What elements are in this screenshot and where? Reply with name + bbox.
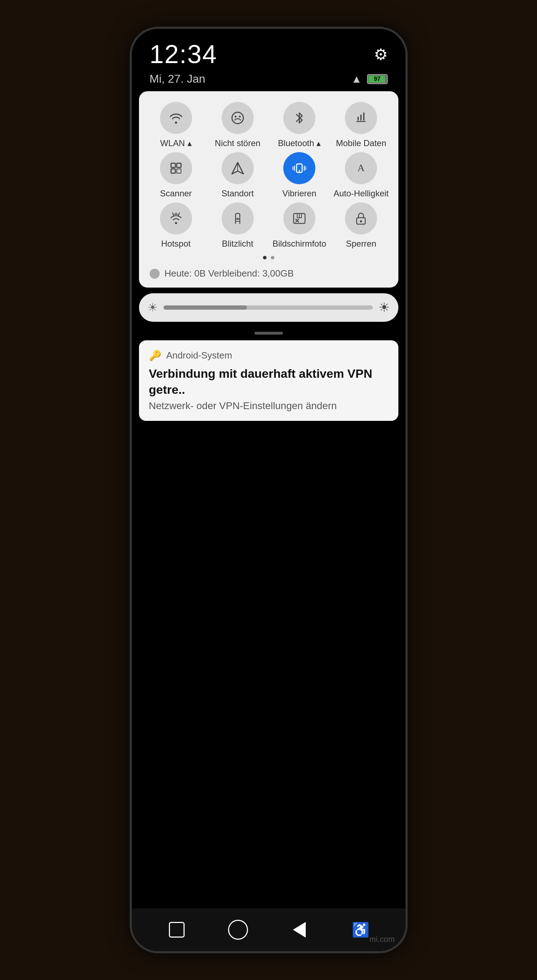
tile-nicht-storen[interactable]: Nicht stören bbox=[208, 102, 268, 149]
recents-icon bbox=[169, 922, 184, 938]
svg-text:A: A bbox=[357, 162, 365, 173]
mobile-daten-icon bbox=[345, 102, 377, 134]
brightness-bright-icon: ☀ bbox=[378, 300, 390, 315]
vibrieren-icon bbox=[283, 152, 315, 184]
nicht-storen-icon bbox=[222, 102, 254, 134]
status-bar: 12:34 ⚙ bbox=[132, 29, 405, 72]
dot-2 bbox=[271, 256, 274, 259]
tile-bildschirmfoto[interactable]: Bildschirmfoto bbox=[269, 202, 329, 249]
battery-text: 97 bbox=[374, 76, 381, 82]
notification-card[interactable]: 🔑 Android-System Verbindung mit dauerhaf… bbox=[139, 340, 399, 420]
data-usage-text: Heute: 0B Verbleibend: 3,00GB bbox=[165, 268, 294, 279]
tile-auto-helligkeit[interactable]: A Auto-Helligkeit bbox=[331, 152, 391, 199]
data-usage-icon bbox=[150, 269, 160, 279]
home-icon bbox=[228, 920, 248, 940]
hotspot-label: Hotspot bbox=[161, 239, 191, 249]
svg-point-1 bbox=[239, 116, 240, 118]
tile-sperren[interactable]: Sperren bbox=[331, 202, 391, 249]
status-icons: ⚙ bbox=[374, 45, 388, 64]
tile-scanner[interactable]: Scanner bbox=[146, 152, 206, 199]
notification-body: Netzwerk- oder VPN-Einstellungen ändern bbox=[149, 400, 388, 412]
bluetooth-label: Bluetooth ▴ bbox=[278, 138, 321, 149]
standort-label: Standort bbox=[222, 189, 254, 199]
bildschirmfoto-icon bbox=[283, 202, 315, 234]
wlan-label: WLAN ▴ bbox=[160, 138, 192, 149]
notification-source: Android-System bbox=[167, 350, 232, 361]
vpn-key-icon: 🔑 bbox=[149, 350, 161, 361]
back-icon bbox=[293, 922, 306, 938]
nav-recents-button[interactable] bbox=[166, 919, 187, 940]
bildschirmfoto-label: Bildschirmfoto bbox=[273, 239, 326, 249]
accessibility-icon: ♿ bbox=[352, 921, 370, 938]
brightness-fill bbox=[164, 305, 247, 310]
mobile-daten-label: Mobile Daten bbox=[336, 138, 386, 149]
auto-helligkeit-label: Auto-Helligkeit bbox=[334, 189, 389, 199]
date-display: Mi, 27. Jan bbox=[150, 72, 206, 86]
quick-tiles-grid: WLAN ▴ Nicht stören bbox=[146, 102, 391, 249]
tile-hotspot[interactable]: Hotspot bbox=[146, 202, 206, 249]
blitzlicht-icon bbox=[222, 202, 254, 234]
svg-rect-3 bbox=[177, 163, 181, 167]
navigation-bar: ♿ bbox=[132, 908, 405, 951]
phone-device: 12:34 ⚙ Mi, 27. Jan ▲ 97 bbox=[130, 27, 408, 953]
svg-point-19 bbox=[360, 220, 362, 223]
quick-settings-panel: WLAN ▴ Nicht stören bbox=[139, 91, 399, 288]
signal-icon: ▲ bbox=[351, 73, 362, 85]
battery-indicator: 97 bbox=[367, 74, 388, 84]
bottom-dark-area bbox=[132, 428, 405, 908]
sperren-icon bbox=[345, 202, 377, 234]
tile-bluetooth[interactable]: Bluetooth ▴ bbox=[269, 102, 329, 149]
tile-vibrieren[interactable]: Vibrieren bbox=[269, 152, 329, 199]
settings-icon[interactable]: ⚙ bbox=[374, 45, 388, 64]
wlan-icon bbox=[160, 102, 192, 134]
signal-battery-group: ▲ 97 bbox=[351, 73, 388, 85]
svg-point-0 bbox=[235, 116, 236, 118]
notification-title: Verbindung mit dauerhaft aktivem VPN get… bbox=[149, 366, 388, 397]
sperren-label: Sperren bbox=[346, 239, 376, 249]
watermark: mi.com bbox=[370, 935, 395, 944]
blitzlicht-label: Blitzlicht bbox=[222, 239, 253, 249]
brightness-dim-icon: ☀ bbox=[148, 301, 158, 314]
phone-screen: 12:34 ⚙ Mi, 27. Jan ▲ 97 bbox=[132, 29, 405, 951]
handle-bar bbox=[254, 332, 283, 335]
hotspot-icon bbox=[160, 202, 192, 234]
data-usage: Heute: 0B Verbleibend: 3,00GB bbox=[146, 263, 391, 280]
tile-standort[interactable]: Standort bbox=[208, 152, 268, 199]
nav-accessibility-button[interactable]: ♿ bbox=[350, 919, 371, 940]
page-dots bbox=[146, 256, 391, 259]
nicht-storen-label: Nicht stören bbox=[215, 138, 261, 149]
status-bar-bottom: Mi, 27. Jan ▲ 97 bbox=[132, 72, 405, 91]
svg-rect-4 bbox=[171, 169, 175, 173]
standort-icon bbox=[222, 152, 254, 184]
tile-blitzlicht[interactable]: Blitzlicht bbox=[208, 202, 268, 249]
scanner-label: Scanner bbox=[160, 189, 192, 199]
auto-helligkeit-icon: A bbox=[345, 152, 377, 184]
brightness-panel[interactable]: ☀ ☀ bbox=[139, 293, 399, 322]
nav-home-button[interactable] bbox=[227, 919, 249, 940]
brightness-track[interactable] bbox=[164, 305, 373, 310]
scanner-icon bbox=[160, 152, 192, 184]
clock: 12:34 bbox=[150, 40, 218, 69]
tile-mobile-daten[interactable]: Mobile Daten bbox=[331, 102, 391, 149]
bluetooth-icon bbox=[283, 102, 315, 134]
notification-header: 🔑 Android-System bbox=[149, 350, 388, 361]
nav-back-button[interactable] bbox=[289, 919, 310, 940]
svg-rect-2 bbox=[171, 163, 175, 167]
dot-1 bbox=[263, 256, 267, 259]
vibrieren-label: Vibrieren bbox=[282, 189, 316, 199]
tile-wlan[interactable]: WLAN ▴ bbox=[146, 102, 206, 149]
